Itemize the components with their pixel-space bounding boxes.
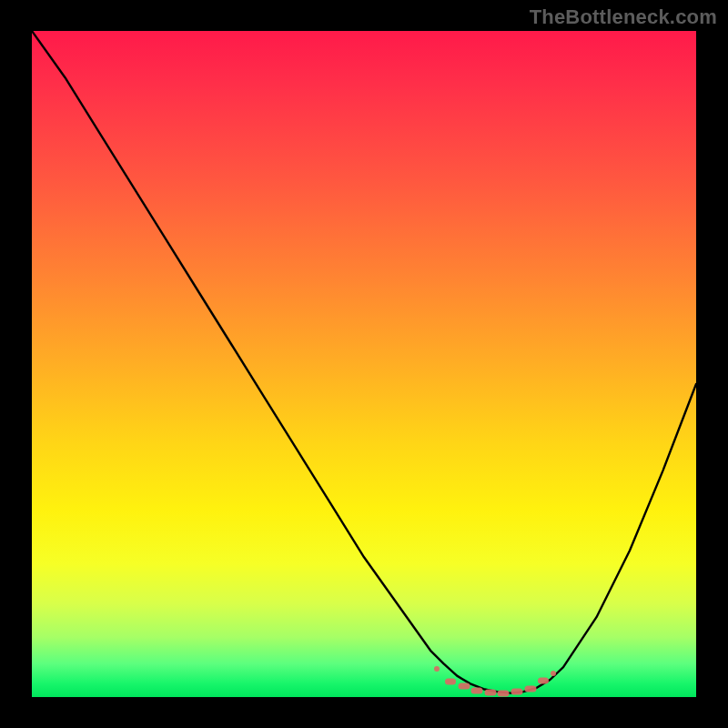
optimal-marker [445, 679, 456, 685]
optimal-marker [538, 678, 549, 684]
watermark-text: TheBottleneck.com [530, 5, 717, 29]
optimal-marker [434, 666, 440, 672]
optimal-marker [471, 687, 483, 693]
optimal-marker [498, 690, 510, 696]
optimal-marker [484, 689, 496, 695]
bottleneck-curve [32, 31, 696, 697]
optimal-marker [524, 685, 536, 692]
optimal-marker [551, 671, 556, 676]
chart-frame: TheBottleneck.com [0, 0, 728, 728]
plot-area [32, 31, 696, 697]
optimal-marker [511, 689, 522, 695]
optimal-marker [458, 683, 470, 690]
